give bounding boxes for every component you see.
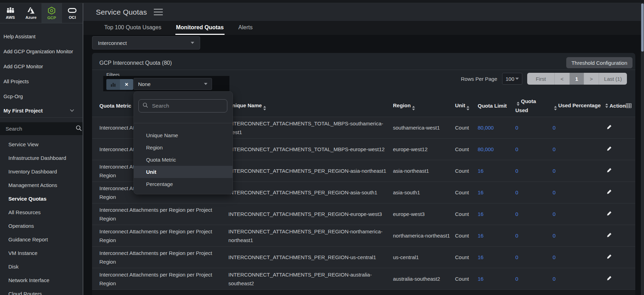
quota-limit-link[interactable]: 80,000: [478, 146, 494, 152]
quota-limit-link[interactable]: 16: [478, 168, 484, 174]
table-grid-icon[interactable]: [626, 103, 631, 108]
quota-limit-link[interactable]: 16: [478, 254, 484, 260]
main-content: Service Quotas Top 100 Quota UsagesMonit…: [83, 3, 644, 295]
quota-used-link[interactable]: 0: [515, 168, 518, 174]
provider-tab-aws[interactable]: AWS: [0, 3, 21, 23]
filter-option-region[interactable]: Region: [134, 141, 233, 154]
sidebar-item-all-projects[interactable]: All Projects: [0, 74, 83, 89]
scrollbar-track[interactable]: [641, 3, 644, 295]
service-select[interactable]: Interconnect: [92, 36, 200, 49]
pencil-icon[interactable]: [607, 189, 612, 194]
sidebar-item-infrastructure-dashboard[interactable]: Infrastructure Dashboard: [0, 151, 83, 165]
quota-used-link[interactable]: 0: [515, 189, 518, 195]
filter-option-unique-name[interactable]: Unique Name: [134, 129, 233, 141]
pager-first-button[interactable]: First: [527, 73, 555, 85]
quota-limit-link[interactable]: 16: [478, 211, 484, 217]
pencil-icon[interactable]: [607, 124, 612, 130]
quota-limit-link[interactable]: 16: [478, 233, 484, 239]
filter-chip[interactable]: ✕: [106, 79, 133, 90]
sidebar-item-my-first-project[interactable]: My First Project: [0, 103, 83, 118]
filter-column-select-value: None: [138, 81, 151, 87]
sidebar-search[interactable]: [0, 122, 83, 135]
filter-option-quota-metric[interactable]: Quota Metric: [134, 154, 233, 166]
sidebar-item-management-actions[interactable]: Management Actions: [0, 178, 83, 192]
used-percentage-link[interactable]: 0: [553, 254, 555, 260]
sidebar-item-cloud-routers[interactable]: Cloud Routers: [0, 287, 83, 295]
cell-unique-name: INTERCONNECT_ATTACHMENTS_PER_REGION-asia…: [228, 166, 393, 175]
quota-used-link[interactable]: 0: [515, 146, 518, 152]
sidebar-item-service-quotas[interactable]: Service Quotas: [0, 192, 83, 205]
used-percentage-link[interactable]: 0: [553, 146, 555, 152]
cell-used-percentage: 0: [553, 123, 604, 132]
used-percentage-link[interactable]: 0: [553, 168, 555, 174]
sidebar-item-gcp-org[interactable]: Gcp-Org: [0, 89, 83, 104]
pencil-icon[interactable]: [607, 232, 612, 238]
sidebar-item-network-interface[interactable]: Network Interface: [0, 273, 83, 287]
column-header-unit[interactable]: Unit: [455, 101, 478, 110]
threshold-configuration-button[interactable]: Threshold Configuration: [566, 57, 632, 68]
pager-next-button[interactable]: >: [584, 73, 599, 85]
sidebar-item-add-gcp-organization-monitor[interactable]: Add GCP Organization Monitor: [0, 44, 83, 59]
quota-limit-link[interactable]: 16: [478, 189, 484, 195]
sidebar-item-vm-instance[interactable]: VM Instance: [0, 246, 83, 260]
used-percentage-link[interactable]: 0: [553, 125, 555, 131]
scrollbar-thumb[interactable]: [641, 3, 644, 52]
column-header-used-percentage[interactable]: Used Percentage: [553, 101, 604, 110]
used-percentage-link[interactable]: 0: [553, 276, 555, 282]
sidebar-item-help-assistant[interactable]: Help Assistant: [0, 29, 83, 44]
quota-used-link[interactable]: 0: [515, 211, 518, 217]
provider-tab-oci[interactable]: OCI: [62, 3, 83, 23]
used-percentage-link[interactable]: 0: [553, 189, 555, 195]
sidebar-item-service-view[interactable]: Service View: [0, 138, 83, 151]
sidebar-item-disk[interactable]: Disk: [0, 260, 83, 273]
project-label: My First Project: [3, 108, 43, 114]
used-percentage-link[interactable]: 0: [553, 233, 555, 239]
pencil-icon[interactable]: [607, 211, 612, 216]
rows-per-page-select[interactable]: 100: [502, 73, 522, 85]
pencil-icon[interactable]: [607, 168, 612, 173]
tab-monitored-quotas[interactable]: Monitored Quotas: [175, 21, 225, 35]
quota-used-link[interactable]: 0: [515, 254, 518, 260]
provider-label: AWS: [6, 15, 15, 20]
column-header-unique-name[interactable]: Unique Name: [228, 101, 393, 110]
filter-option-unit[interactable]: Unit: [134, 166, 233, 178]
column-header-action[interactable]: Action: [604, 101, 636, 110]
cell-region: southamerica-west1: [393, 123, 455, 132]
filter-column-select[interactable]: None: [134, 78, 212, 90]
close-icon[interactable]: ✕: [120, 79, 133, 90]
pencil-icon[interactable]: [607, 146, 612, 151]
sidebar-item-all-resources[interactable]: All Resources: [0, 205, 83, 219]
sort-icon: [517, 102, 520, 106]
sidebar-item-add-gcp-monitor[interactable]: Add GCP Monitor: [0, 59, 83, 74]
pager-prev-button[interactable]: <: [555, 73, 570, 85]
panel-title: GCP Interconnect Quota (80): [99, 60, 172, 66]
column-header-quota-used[interactable]: Quota Used: [515, 97, 553, 115]
sidebar-search-input[interactable]: [5, 125, 76, 132]
pencil-icon[interactable]: [607, 254, 612, 259]
sidebar-item-operations[interactable]: Operations: [0, 219, 83, 233]
sidebar-item-inventory-dashboard[interactable]: Inventory Dashboard: [0, 165, 83, 178]
quota-used-link[interactable]: 0: [515, 276, 518, 282]
partial-row: [92, 289, 635, 295]
filter-option-percentage[interactable]: Percentage: [134, 178, 233, 190]
cell-unit: Count: [455, 253, 478, 262]
provider-tab-gcp[interactable]: GCP: [41, 3, 62, 23]
tab-top-100-quota-usages[interactable]: Top 100 Quota Usages: [104, 21, 162, 35]
column-header-quota-limit[interactable]: Quota Limit: [478, 101, 515, 110]
dropdown-search-input[interactable]: [151, 102, 223, 109]
pager-current-page[interactable]: 1: [570, 73, 584, 85]
sidebar-item-guidance-report[interactable]: Guidance Report: [0, 233, 83, 246]
quota-limit-link[interactable]: 80,000: [478, 125, 494, 131]
hamburger-icon[interactable]: [154, 9, 163, 15]
pager-last-button[interactable]: Last (1): [599, 73, 627, 85]
pencil-icon[interactable]: [607, 275, 612, 281]
column-header-region[interactable]: Region: [393, 101, 455, 110]
quota-used-link[interactable]: 0: [515, 233, 518, 239]
quota-limit-link[interactable]: 16: [478, 276, 484, 282]
dropdown-search[interactable]: [138, 99, 227, 112]
tab-alerts[interactable]: Alerts: [238, 21, 253, 35]
used-percentage-link[interactable]: 0: [553, 211, 555, 217]
cell-action: [604, 145, 635, 154]
provider-tab-azure[interactable]: Azure: [21, 3, 41, 23]
quota-used-link[interactable]: 0: [515, 125, 518, 131]
